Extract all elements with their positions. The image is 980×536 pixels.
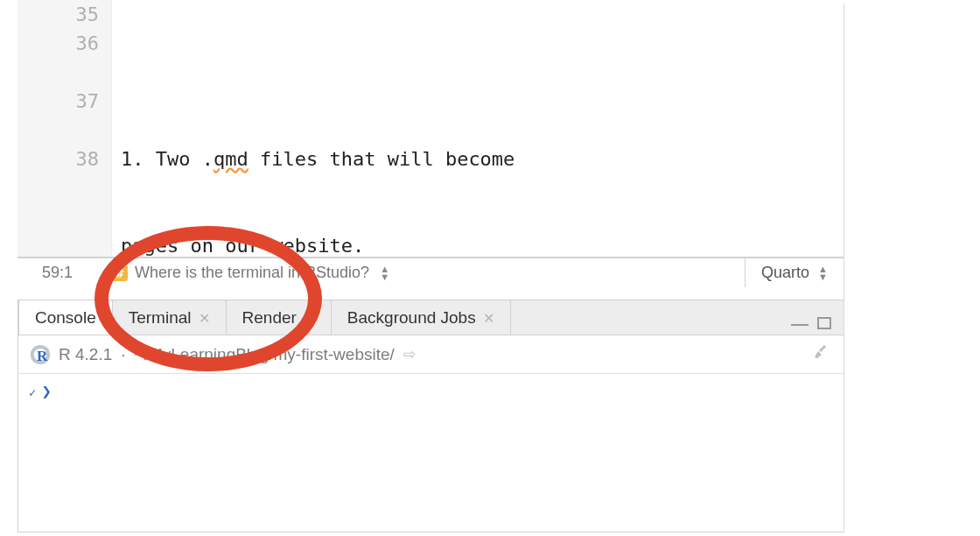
tab-background-jobs[interactable]: Background Jobs ✕ (331, 300, 511, 335)
chevron-updown-icon: ▲▼ (818, 265, 828, 281)
tab-label: Background Jobs (347, 308, 476, 328)
chevron-updown-icon: ▲▼ (380, 265, 389, 281)
line-number: 38 (18, 116, 99, 231)
console-output[interactable]: ✓❯ (18, 374, 844, 407)
tab-label: Render (242, 308, 297, 328)
r-logo-icon: R (31, 345, 50, 364)
line-number: 36 (18, 29, 99, 58)
code-fragment: files that will become (248, 148, 515, 170)
console-pane: Console Terminal ✕ Render ✕ Background J… (18, 300, 844, 532)
line-number-gutter: 35 36 37 38 (18, 0, 112, 257)
console-tabstrip: Console Terminal ✕ Render ✕ Background J… (18, 300, 844, 335)
code-fragment: 1. Two . (121, 148, 214, 170)
code-fragment: pages on our website. (121, 231, 830, 257)
separator-dot: · (121, 345, 125, 364)
tab-label: Terminal (129, 308, 192, 328)
close-icon[interactable]: ✕ (483, 310, 494, 327)
editor-status-bar: 59:1 # Where is the terminal in RStudio?… (18, 257, 844, 287)
language-mode-selector[interactable]: Quarto ▲▼ (745, 258, 844, 287)
prompt-arrow-icon: ❯ (41, 381, 51, 400)
heading-icon: # (112, 265, 128, 281)
close-icon[interactable]: ✕ (304, 310, 315, 327)
tab-terminal[interactable]: Terminal ✕ (112, 300, 227, 335)
r-version-label: R 4.2.1 (59, 345, 112, 364)
outline-heading-selector[interactable]: # Where is the terminal in RStudio? ▲▼ (112, 264, 745, 282)
outline-heading-label: Where is the terminal in RStudio? (135, 264, 369, 282)
cursor-position: 59:1 (18, 264, 112, 282)
tab-label: Console (35, 308, 96, 328)
open-folder-icon[interactable]: ⇨ (403, 345, 416, 363)
tab-render[interactable]: Render ✕ (226, 300, 332, 335)
code-fragment-spellflag: qmd (214, 148, 248, 170)
language-mode-label: Quarto (761, 264, 809, 282)
working-directory-label: ~/MyLearningBlog/my-first-website/ (135, 345, 395, 364)
line-number: 37 (18, 58, 99, 116)
code-text[interactable]: 1. Two .qmd files that will become pages… (112, 0, 844, 257)
minimize-pane-icon[interactable] (791, 321, 808, 326)
tab-console[interactable]: Console (18, 300, 113, 335)
maximize-pane-icon[interactable] (817, 317, 831, 329)
clear-console-icon[interactable] (814, 343, 831, 365)
console-info-bar: R R 4.2.1 · ~/MyLearningBlog/my-first-we… (18, 335, 844, 374)
source-editor[interactable]: 35 36 37 38 1. Two .qmd files that will … (18, 0, 844, 287)
close-icon[interactable]: ✕ (199, 310, 210, 327)
right-panel-placeholder (844, 0, 980, 536)
prompt-ready-icon: ✓ (29, 385, 36, 399)
line-number: 35 (18, 0, 99, 29)
